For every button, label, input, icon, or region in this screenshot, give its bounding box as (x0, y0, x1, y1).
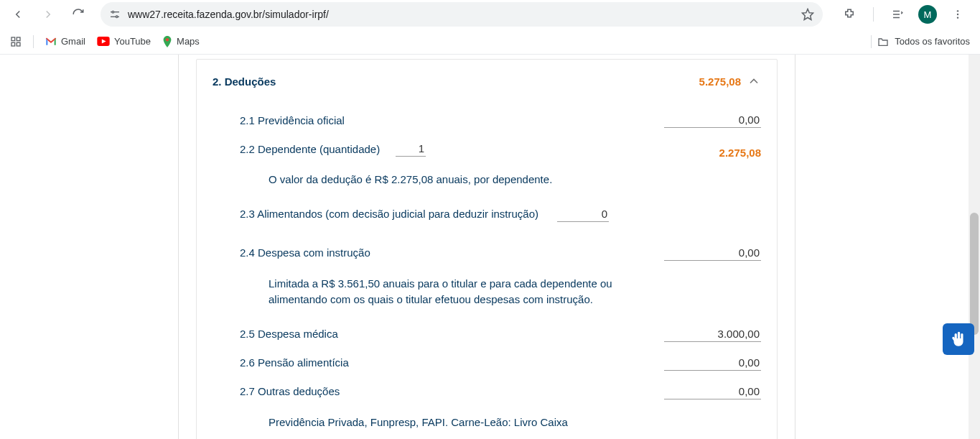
bookmark-youtube[interactable]: YouTube (97, 36, 151, 47)
svg-rect-14 (17, 37, 20, 41)
svg-point-11 (957, 14, 958, 15)
row-previdencia-oficial: 2.1 Previdência oficial (240, 106, 761, 134)
panel-body: 2.1 Previdência oficial 2.2 Dependente (… (197, 103, 777, 439)
menu-icon[interactable] (946, 2, 970, 27)
separator (873, 7, 874, 22)
bookmark-maps[interactable]: Maps (162, 36, 200, 47)
deductions-panel: 2. Deduções 5.275,08 2.1 Previdência ofi… (196, 59, 778, 439)
hands-icon (949, 330, 968, 348)
bookmarks-bar: Gmail YouTube Maps Todos os favoritos (0, 29, 980, 55)
row-alimentandos: 2.3 Alimentandos (com decisão judicial p… (240, 200, 761, 228)
bookmark-label: Gmail (61, 36, 85, 47)
page-viewport: 2. Deduções 5.275,08 2.1 Previdência ofi… (0, 55, 980, 439)
back-button[interactable] (6, 2, 30, 27)
reload-button[interactable] (66, 2, 90, 27)
extensions-icon[interactable] (837, 2, 862, 27)
note-dependente: O valor da dedução é R$ 2.275,08 anuais,… (240, 163, 642, 200)
row-dependente: 2.2 Dependente (quantidade) 2.275,08 (240, 134, 761, 163)
apps-icon[interactable] (10, 36, 22, 47)
bookmark-all-folder[interactable]: Todos os favoritos (871, 35, 970, 48)
avatar-letter: M (924, 9, 932, 20)
scrollbar-thumb[interactable] (970, 213, 979, 335)
input-dependente-qty[interactable] (396, 141, 426, 157)
chevron-up-icon (747, 74, 761, 88)
note-outras: Previdência Privada, Funpresp, FAPI. Car… (240, 406, 642, 440)
browser-toolbar: www27.receita.fazenda.gov.br/simulador-i… (0, 0, 980, 29)
row-despesa-instrucao: 2.4 Despesa com instrução (240, 239, 761, 267)
note-instrucao: Limitada a R$ 3.561,50 anuais para o tit… (240, 267, 642, 320)
panel-title: 2. Deduções (213, 75, 276, 88)
svg-point-10 (957, 10, 958, 11)
svg-point-0 (112, 11, 114, 13)
row-outras-deducoes: 2.7 Outras deduções (240, 377, 761, 406)
row-label: 2.7 Outras deduções (240, 385, 348, 397)
bookmark-gmail[interactable]: Gmail (45, 36, 85, 47)
divider (33, 35, 34, 48)
row-label: 2.3 Alimentandos (com decisão judicial p… (240, 208, 547, 220)
forward-button[interactable] (36, 2, 60, 27)
svg-point-3 (116, 16, 118, 18)
content-column: 2. Deduções 5.275,08 2.1 Previdência ofi… (178, 55, 795, 439)
accessibility-button[interactable] (943, 323, 974, 355)
svg-rect-15 (11, 42, 15, 46)
input-pensao-alimenticia[interactable] (664, 355, 761, 371)
row-label: 2.1 Previdência oficial (240, 114, 353, 126)
row-label: 2.5 Despesa médica (240, 328, 347, 340)
address-bar[interactable]: www27.receita.fazenda.gov.br/simulador-i… (101, 2, 823, 27)
svg-rect-16 (17, 42, 20, 46)
divider (871, 35, 872, 48)
row-despesa-medica: 2.5 Despesa médica (240, 320, 761, 348)
svg-point-12 (957, 17, 958, 18)
panel-total: 5.275,08 (699, 75, 747, 88)
svg-point-19 (166, 38, 169, 41)
svg-marker-6 (803, 9, 813, 20)
input-despesa-instrucao[interactable] (664, 245, 761, 261)
row-label: 2.4 Despesa com instrução (240, 246, 379, 259)
bookmark-label: Maps (177, 36, 200, 47)
input-alimentandos-qty[interactable] (557, 206, 609, 222)
row-label: 2.2 Dependente (quantidade) (240, 143, 388, 155)
scrollbar-track[interactable] (969, 55, 980, 439)
side-panel-icon[interactable] (885, 2, 910, 27)
bookmark-label: Todos os favoritos (895, 36, 970, 47)
row-label: 2.6 Pensão alimentícia (240, 356, 358, 369)
star-icon[interactable] (801, 8, 814, 21)
input-previdencia-oficial[interactable] (664, 112, 761, 128)
dependente-computed: 2.275,08 (719, 139, 761, 159)
panel-header[interactable]: 2. Deduções 5.275,08 (197, 60, 777, 103)
profile-avatar[interactable]: M (918, 5, 937, 24)
site-settings-icon[interactable] (109, 9, 121, 20)
input-outras-deducoes[interactable] (664, 384, 761, 399)
row-pensao-alimenticia: 2.6 Pensão alimentícia (240, 348, 761, 377)
url-text: www27.receita.fazenda.gov.br/simulador-i… (128, 9, 329, 20)
toolbar-right: M (833, 2, 974, 27)
input-despesa-medica[interactable] (664, 326, 761, 342)
bookmark-label: YouTube (114, 36, 151, 47)
svg-rect-13 (11, 37, 15, 41)
